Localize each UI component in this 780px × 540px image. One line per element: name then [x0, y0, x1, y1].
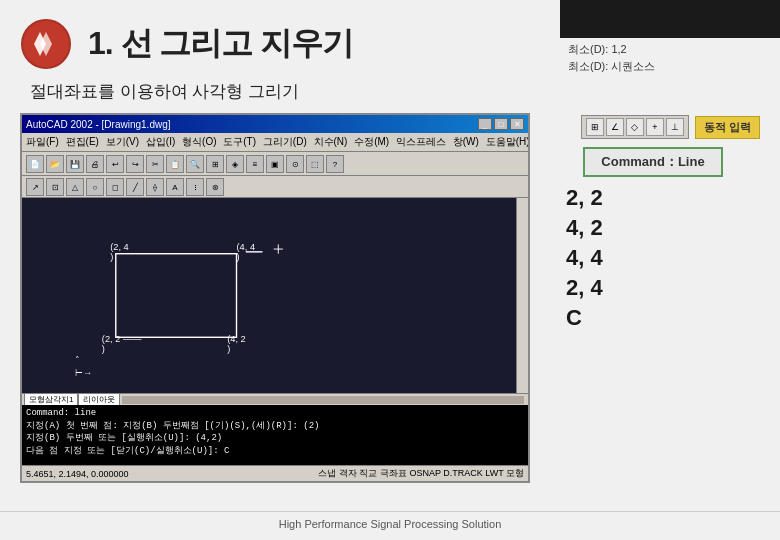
page-title: 1. 선 그리고 지우기 — [88, 22, 353, 66]
menu-view[interactable]: 보기(V) — [106, 135, 139, 149]
input-mode-icons: ⊞ ∠ ◇ + ⊥ — [581, 115, 689, 139]
toolbar2-t3[interactable]: △ — [66, 178, 84, 196]
toolbar2-t5[interactable]: ◻ — [106, 178, 124, 196]
maximize-btn[interactable]: □ — [494, 118, 508, 130]
menu-insert[interactable]: 삽입(I) — [146, 135, 175, 149]
menu-help[interactable]: 도움말(H) — [486, 135, 528, 149]
toolbar-print[interactable]: 🖨 — [86, 155, 104, 173]
toolbar2-t10[interactable]: ⊛ — [206, 178, 224, 196]
toolbar-t8[interactable]: ⊙ — [286, 155, 304, 173]
step-4: 2, 4 — [566, 275, 760, 301]
dynamic-input-button[interactable]: 동적 입력 — [695, 116, 760, 139]
toolbar2-t9[interactable]: ⫶ — [186, 178, 204, 196]
svg-text:(4, 4: (4, 4 — [237, 242, 256, 252]
toolbar-t5[interactable]: ◈ — [226, 155, 244, 173]
svg-text:): ) — [237, 252, 240, 262]
autocad-cmdline: Command: line 지정(A) 첫 번째 점: 지정(B) 두번째점 [… — [22, 405, 528, 465]
autocad-toolbar2: ↗ ⊡ △ ○ ◻ ╱ ⟠ A ⫶ ⊛ — [22, 176, 528, 198]
autocad-menubar[interactable]: 파일(F) 편집(E) 보기(V) 삽입(I) 형식(O) 도구(T) 그리기(… — [22, 133, 528, 152]
svg-text:(2, 2 ——: (2, 2 —— — [102, 334, 142, 344]
step-1: 2, 2 — [566, 185, 760, 211]
menu-window[interactable]: 창(W) — [453, 135, 479, 149]
toolbar2-t7[interactable]: ⟠ — [146, 178, 164, 196]
toolbar2-t4[interactable]: ○ — [86, 178, 104, 196]
toolbar-open[interactable]: 📂 — [46, 155, 64, 173]
svg-text:˄: ˄ — [75, 355, 80, 365]
menu-express[interactable]: 익스프레스 — [396, 135, 446, 149]
toolbar-undo[interactable]: ↩ — [106, 155, 124, 173]
input-mode-bar: ⊞ ∠ ◇ + ⊥ 동적 입력 — [546, 115, 760, 139]
svg-text:): ) — [102, 344, 105, 354]
minimize-btn[interactable]: _ — [478, 118, 492, 130]
top-right-bar — [560, 0, 780, 38]
statusbar-right[interactable]: 스냅 격자 직교 극좌표 OSNAP D.TRACK LWT 모형 — [318, 467, 524, 480]
autocad-title: AutoCAD 2002 - [Drawing1.dwg] — [26, 119, 171, 130]
drawing-svg: (2, 4 ) (4, 4 ) (2, 2 —— ) (4, 2 ) ˄ ⊢→ — [22, 198, 516, 393]
footer: High Performance Signal Processing Solut… — [0, 511, 780, 530]
top-right-info: 최소(D): 1,2 최소(D): 시퀀소스 — [560, 38, 780, 77]
toolbar-t9[interactable]: ⬚ — [306, 155, 324, 173]
menu-tools[interactable]: 도구(T) — [223, 135, 256, 149]
toolbar2-t8[interactable]: A — [166, 178, 184, 196]
toolbar-t4[interactable]: ⊞ — [206, 155, 224, 173]
titlebar-controls: _ □ ✕ — [478, 118, 524, 130]
subtitle: 절대좌표를 이용하여 사각형 그리기 — [0, 80, 780, 113]
icon-ortho[interactable]: ⊥ — [666, 118, 684, 136]
svg-rect-1 — [116, 254, 237, 338]
step-3: 4, 4 — [566, 245, 760, 271]
autocad-statusbar: 5.4651, 2.1494, 0.000000 스냅 격자 직교 극좌표 OS… — [22, 465, 528, 481]
toolbar-redo[interactable]: ↪ — [126, 155, 144, 173]
menu-format[interactable]: 형식(O) — [182, 135, 216, 149]
vertical-scrollbar[interactable] — [516, 198, 528, 393]
svg-text:(4, 2: (4, 2 — [227, 334, 246, 344]
icon-track[interactable]: + — [646, 118, 664, 136]
toolbar2-t2[interactable]: ⊡ — [46, 178, 64, 196]
toolbar-t6[interactable]: ≡ — [246, 155, 264, 173]
toolbar-new[interactable]: 📄 — [26, 155, 44, 173]
toolbar-t2[interactable]: 📋 — [166, 155, 184, 173]
right-panel: ⊞ ∠ ◇ + ⊥ 동적 입력 Command：Line 2, 2 4, 2 4… — [546, 113, 760, 493]
main-content: AutoCAD 2002 - [Drawing1.dwg] _ □ ✕ 파일(F… — [0, 113, 780, 493]
autocad-window: AutoCAD 2002 - [Drawing1.dwg] _ □ ✕ 파일(F… — [20, 113, 530, 483]
statusbar-coords: 5.4651, 2.1494, 0.000000 — [26, 469, 129, 479]
icon-angle[interactable]: ∠ — [606, 118, 624, 136]
toolbar-save[interactable]: 💾 — [66, 155, 84, 173]
step-5: C — [566, 305, 760, 331]
step-2: 4, 2 — [566, 215, 760, 241]
menu-edit[interactable]: 편집(E) — [66, 135, 99, 149]
cmd-line-1: Command: line — [26, 407, 524, 420]
cmd-line-3: 지정(B) 두번째 또는 [실행취소(U)]: (4,2) — [26, 432, 524, 445]
menu-modify[interactable]: 수정(M) — [354, 135, 389, 149]
info-line1: 최소(D): 1,2 — [568, 41, 772, 58]
footer-text: High Performance Signal Processing Solut… — [279, 518, 502, 530]
toolbar2-t1[interactable]: ↗ — [26, 178, 44, 196]
command-line-box: Command：Line — [583, 147, 723, 177]
horizontal-scroll[interactable]: 모형삼각지1 리이아웃 — [22, 393, 528, 405]
autocad-drawing[interactable]: (2, 4 ) (4, 4 ) (2, 2 —— ) (4, 2 ) ˄ ⊢→ — [22, 198, 528, 393]
menu-file[interactable]: 파일(F) — [26, 135, 59, 149]
autocad-toolbar1: 📄 📂 💾 🖨 ↩ ↪ ✂ 📋 🔍 ⊞ ◈ ≡ ▣ ⊙ ⬚ ? — [22, 152, 528, 176]
close-btn[interactable]: ✕ — [510, 118, 524, 130]
toolbar-t1[interactable]: ✂ — [146, 155, 164, 173]
cmd-line-4: 다음 점 지정 또는 [닫기(C)/실행취소(U)]: C — [26, 445, 524, 458]
cmd-line-2: 지정(A) 첫 번째 점: 지정(B) 두번째점 [(기)(S),(세)(R)]… — [26, 420, 524, 433]
step-values: 2, 2 4, 2 4, 4 2, 4 C — [546, 185, 760, 331]
drawing-inner: (2, 4 ) (4, 4 ) (2, 2 —— ) (4, 2 ) ˄ ⊢→ — [22, 198, 516, 393]
icon-grid[interactable]: ⊞ — [586, 118, 604, 136]
info-line2: 최소(D): 시퀀소스 — [568, 58, 772, 75]
toolbar2-t6[interactable]: ╱ — [126, 178, 144, 196]
svg-text:⊢→: ⊢→ — [75, 368, 92, 378]
svg-text:): ) — [110, 252, 113, 262]
toolbar-t3[interactable]: 🔍 — [186, 155, 204, 173]
icon-snap[interactable]: ◇ — [626, 118, 644, 136]
toolbar-t10[interactable]: ? — [326, 155, 344, 173]
toolbar-t7[interactable]: ▣ — [266, 155, 284, 173]
menu-dim[interactable]: 치수(N) — [314, 135, 348, 149]
svg-text:(2, 4: (2, 4 — [110, 242, 129, 252]
scroll-track-h[interactable] — [122, 396, 524, 404]
autocad-titlebar: AutoCAD 2002 - [Drawing1.dwg] _ □ ✕ — [22, 115, 528, 133]
logo-icon — [20, 18, 72, 70]
menu-draw[interactable]: 그리기(D) — [263, 135, 307, 149]
svg-text:): ) — [227, 344, 230, 354]
